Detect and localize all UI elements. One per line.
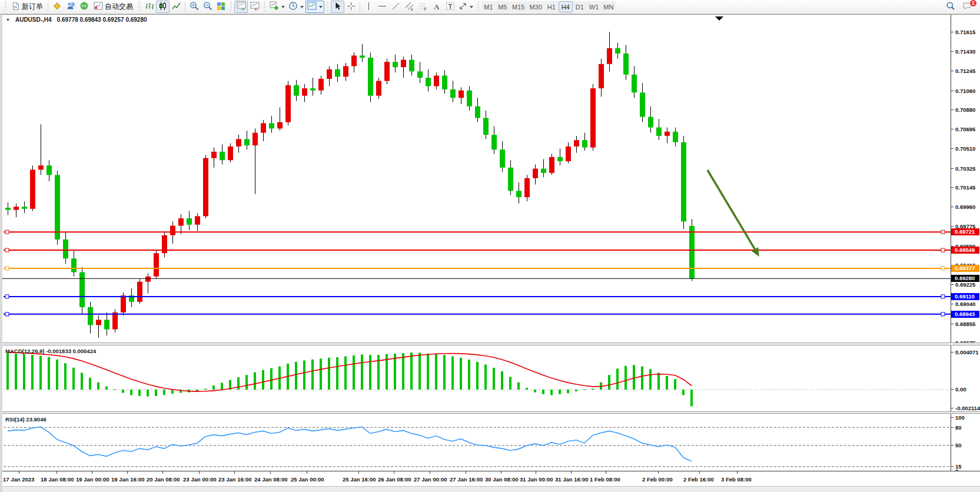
candlestick-chart-button[interactable] (156, 1, 170, 13)
macd-histogram-bar (641, 367, 643, 390)
new-order-button[interactable]: 新订单 (9, 1, 46, 13)
time-axis-label: 27 Jan 00:00 (414, 476, 447, 483)
add-indicator-button[interactable] (268, 1, 287, 13)
zoom-out-button[interactable] (201, 1, 214, 13)
macd-histogram-bar (72, 368, 75, 390)
horizontal-line-object[interactable] (4, 248, 951, 252)
price-axis-label: 0.71430 (951, 48, 975, 55)
candle (549, 154, 554, 175)
horizontal-line-object[interactable] (4, 230, 951, 234)
macd-histogram-bar (534, 390, 536, 393)
rsi-axis-label: 50 (951, 442, 962, 448)
candle (623, 45, 629, 79)
macd-histogram-bar (262, 370, 264, 390)
macd-histogram-bar (468, 360, 470, 390)
macd-histogram-bar (451, 357, 454, 390)
profile-next-button[interactable] (248, 1, 261, 13)
trendline-icon (391, 2, 400, 12)
macd-histogram-bar (427, 354, 429, 390)
macd-histogram-bar (550, 390, 553, 395)
candle (261, 120, 266, 141)
vertical-line-button[interactable] (362, 1, 376, 13)
horizontal-line-object[interactable] (4, 313, 951, 316)
macd-canvas[interactable] (2, 345, 951, 411)
cursor-button[interactable] (331, 1, 344, 13)
time-axis-label: 2 Feb 16:00 (683, 476, 714, 483)
fibonacci-button[interactable]: F (416, 1, 430, 13)
market-watch-button[interactable] (50, 1, 64, 13)
text-label-button[interactable]: T (443, 1, 457, 13)
macd-axis-label: -0.002114 (951, 405, 980, 411)
clock-icon (288, 1, 298, 12)
zoom-in-button[interactable] (187, 1, 201, 13)
timeframe-button-m1[interactable]: M1 (481, 1, 496, 12)
price-chart-canvas[interactable] (2, 15, 951, 343)
bar-chart-button[interactable] (142, 1, 156, 13)
chart-template-button[interactable] (305, 1, 324, 13)
rsi-axis[interactable]: 1008050150 (951, 414, 980, 471)
auto-trading-button[interactable]: 自动交易 (91, 1, 136, 13)
macd-histogram-bar (23, 354, 25, 390)
price-axis[interactable]: 0.716150.714300.712450.710600.708800.706… (951, 15, 980, 343)
rsi-indicator-pane: RSI(14) 23.9046 1008050150 (2, 414, 980, 471)
price-axis-label: 0.69040 (951, 301, 975, 307)
horizontal-line-button[interactable] (376, 1, 389, 13)
price-line-badge: 0.68943 (951, 311, 979, 318)
timeframe-button-m15[interactable]: M15 (510, 1, 527, 12)
new-order-icon (12, 2, 20, 12)
period-clock-button[interactable] (287, 1, 305, 13)
rsi-canvas[interactable] (2, 414, 951, 471)
candle (14, 204, 19, 217)
macd-axis[interactable]: 0.0040710.00-0.002114 (951, 345, 980, 411)
price-axis-label: 0.69960 (951, 204, 975, 210)
time-axis[interactable]: 17 Jan 202318 Jan 08:0019 Jan 00:0019 Ja… (2, 471, 980, 486)
time-axis-label: 2 Feb 00:00 (642, 476, 673, 483)
macd-histogram-bar (616, 368, 619, 390)
search-button[interactable] (944, 1, 957, 13)
timeframe-button-m30[interactable]: M30 (527, 1, 544, 12)
time-axis-label: 31 Jan 00:00 (520, 476, 553, 483)
profile-previous-button[interactable] (234, 1, 248, 13)
macd-histogram-bar (138, 390, 141, 396)
trend-arrow-annotation[interactable] (707, 170, 759, 257)
time-axis-tick (737, 471, 738, 474)
signals-button[interactable] (77, 1, 91, 13)
chart-shift-marker[interactable] (715, 16, 723, 21)
chat-button[interactable]: 1 (961, 1, 974, 13)
candle (285, 81, 291, 125)
arrows-shapes-button[interactable] (457, 1, 475, 13)
candle (112, 309, 118, 333)
price-axis-label: 0.70695 (951, 126, 975, 132)
crosshair-button[interactable] (344, 1, 358, 13)
price-axis-label: 0.69225 (951, 281, 975, 288)
price-line-badge: 0.69549 (951, 247, 979, 254)
timeframe-button-h1[interactable]: H1 (544, 1, 559, 12)
horizontal-line-object[interactable] (4, 267, 951, 270)
timeframe-button-mn[interactable]: MN (601, 1, 616, 12)
macd-histogram-bar (443, 355, 446, 390)
trendline-button[interactable] (389, 1, 403, 13)
line-chart-icon (172, 2, 181, 12)
timeframe-button-w1[interactable]: W1 (587, 1, 602, 12)
line-chart-button[interactable] (170, 1, 183, 13)
equidistant-channel-button[interactable]: E (403, 1, 416, 13)
tile-windows-button[interactable] (214, 1, 228, 13)
price-axis-label: 0.71060 (951, 88, 975, 94)
macd-histogram-bar (690, 390, 693, 406)
candle (442, 71, 447, 94)
timeframe-button-m5[interactable]: M5 (496, 1, 510, 12)
toolbar-grip (138, 2, 140, 12)
price-axis-label: 0.68675 (951, 340, 975, 343)
timeframe-button-h4[interactable]: H4 (559, 1, 573, 12)
text-button[interactable]: A (430, 1, 443, 13)
chart-dropdown-icon[interactable]: ▼ (6, 18, 10, 22)
macd-histogram-bar (484, 364, 487, 390)
candle (211, 148, 217, 168)
timeframe-button-d1[interactable]: D1 (573, 1, 587, 12)
price-axis-label: 0.68855 (951, 321, 975, 327)
price-line-badge: 0.69280 (951, 275, 979, 282)
horizontal-line-object[interactable] (4, 295, 951, 298)
toolbar-grip (230, 2, 232, 12)
metaeditor-button[interactable] (64, 1, 77, 13)
candle (524, 175, 530, 201)
